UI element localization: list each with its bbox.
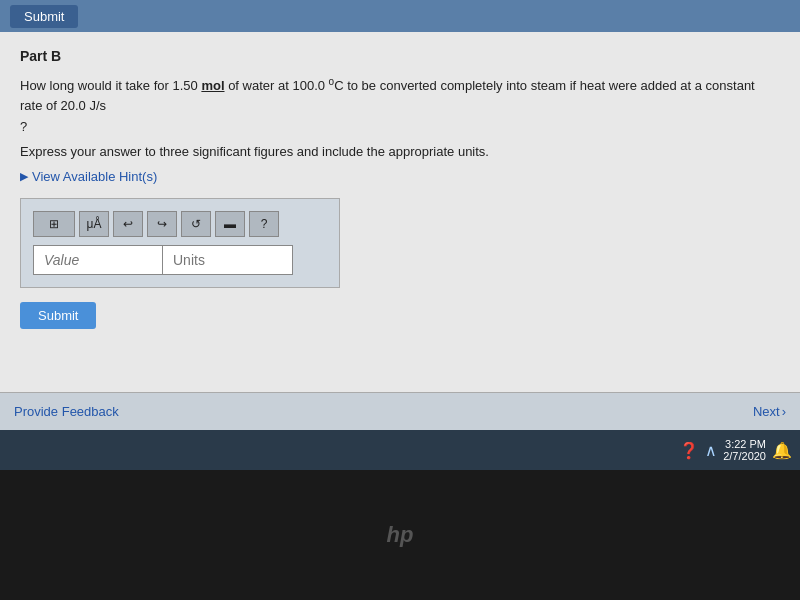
hp-logo: hp xyxy=(387,522,414,548)
help-button[interactable]: ? xyxy=(249,211,279,237)
bottom-bar: Provide Feedback Next › xyxy=(0,392,800,430)
refresh-button[interactable]: ↺ xyxy=(181,211,211,237)
image-button[interactable]: ▬ xyxy=(215,211,245,237)
time-display: 3:22 PM xyxy=(723,438,766,450)
date-display: 2/7/2020 xyxy=(723,450,766,462)
next-button[interactable]: Next › xyxy=(753,404,786,419)
taskbar-time: 3:22 PM 2/7/2020 xyxy=(723,438,766,462)
notification-icon[interactable]: 🔔 xyxy=(772,441,792,460)
hint-arrow-icon: ▶ xyxy=(20,170,28,183)
question-text: How long would it take for 1.50 mol of w… xyxy=(20,74,780,115)
taskbar: ❓ ∧ 3:22 PM 2/7/2020 🔔 xyxy=(0,430,800,470)
laptop-body: hp xyxy=(0,470,800,600)
units-input[interactable] xyxy=(163,245,293,275)
caret-icon: ∧ xyxy=(705,441,717,460)
undo-button[interactable]: ↩ xyxy=(113,211,143,237)
input-row xyxy=(33,245,327,275)
content-area: Part B How long would it take for 1.50 m… xyxy=(0,32,800,345)
mu-button[interactable]: μÅ xyxy=(79,211,109,237)
answer-toolbar: ⊞ μÅ ↩ ↪ ↺ ▬ ? xyxy=(33,211,327,237)
next-label: Next xyxy=(753,404,780,419)
answer-box: ⊞ μÅ ↩ ↪ ↺ ▬ ? xyxy=(20,198,340,288)
redo-button[interactable]: ↪ xyxy=(147,211,177,237)
help-taskbar-icon[interactable]: ❓ xyxy=(679,441,699,460)
grid-icon-button[interactable]: ⊞ xyxy=(33,211,75,237)
browser-window: Submit Part B How long would it take for… xyxy=(0,0,800,430)
question-sub: ? xyxy=(20,119,780,134)
value-input[interactable] xyxy=(33,245,163,275)
top-bar: Submit xyxy=(0,0,800,32)
top-submit-button[interactable]: Submit xyxy=(10,5,78,28)
instructions: Express your answer to three significant… xyxy=(20,144,780,159)
hint-link[interactable]: ▶ View Available Hint(s) xyxy=(20,169,780,184)
next-arrow-icon: › xyxy=(782,404,786,419)
part-label: Part B xyxy=(20,48,780,64)
provide-feedback-link[interactable]: Provide Feedback xyxy=(14,404,119,419)
hint-label: View Available Hint(s) xyxy=(32,169,157,184)
submit-button[interactable]: Submit xyxy=(20,302,96,329)
